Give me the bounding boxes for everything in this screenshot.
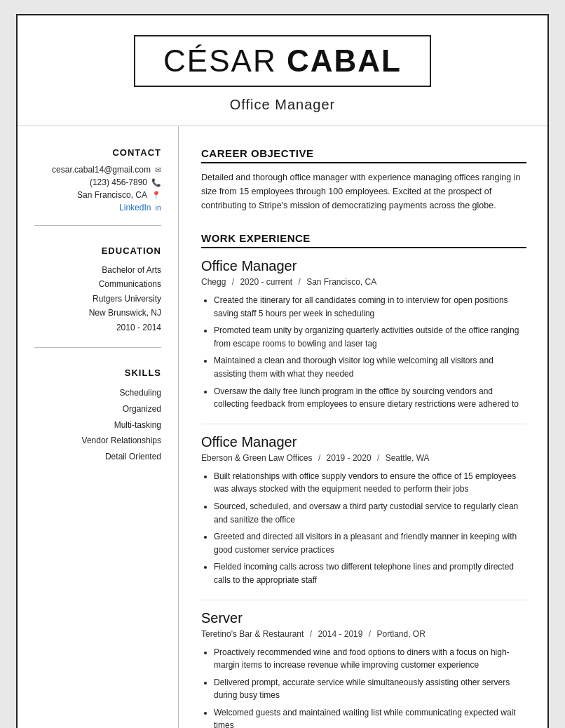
job-1: Office Manager Chegg / 2020 - current / … <box>201 258 526 411</box>
job-2-bullet-1: Built relationships with office supply v… <box>214 470 526 496</box>
skill-5: Detail Oriented <box>34 449 161 465</box>
job-3-bullets: Proactively recommended wine and food op… <box>201 646 526 729</box>
job-2: Office Manager Eberson & Green Law Offic… <box>201 434 526 587</box>
contact-linkedin[interactable]: LinkedIn in <box>34 203 161 213</box>
phone-icon: 📞 <box>151 178 161 187</box>
career-obj-text: Detailed and thorough office manager wit… <box>201 170 526 213</box>
phone-text: (123) 456-7890 <box>90 177 147 187</box>
skill-3: Multi-tasking <box>34 417 161 433</box>
job-3-meta: Teretino's Bar & Restaurant / 2014 - 201… <box>201 629 526 639</box>
linkedin-text[interactable]: LinkedIn <box>119 203 151 213</box>
email-icon: ✉ <box>155 166 161 175</box>
contact-phone: (123) 456-7890 📞 <box>34 177 161 187</box>
job-3-bullet-1: Proactively recommended wine and food op… <box>214 646 526 672</box>
job-2-title: Office Manager <box>201 434 526 450</box>
divider-education <box>34 225 161 226</box>
job-1-bullet-1: Created the itinerary for all candidates… <box>214 294 526 320</box>
sep4: / <box>377 453 379 463</box>
job-1-period: 2020 - current <box>240 277 292 287</box>
job-3: Server Teretino's Bar & Restaurant / 201… <box>201 610 526 729</box>
linkedin-icon: in <box>155 203 161 212</box>
job-2-bullet-2: Sourced, scheduled, and oversaw a third … <box>214 500 526 526</box>
job-2-location: Seattle, WA <box>386 453 430 463</box>
skill-2: Organized <box>34 401 161 417</box>
work-experience-heading: WORK EXPERIENCE <box>201 232 526 248</box>
name-box: CÉSAR CABAL <box>134 35 431 87</box>
job-3-period: 2014 - 2019 <box>318 629 362 639</box>
career-obj-heading: CAREER OBJECTIVE <box>201 147 526 163</box>
job-1-location: San Francisco, CA <box>306 277 376 287</box>
job-1-bullet-4: Oversaw the daily free lunch program in … <box>214 385 526 411</box>
job-2-company: Eberson & Green Law Offices <box>201 453 313 463</box>
location-icon: 📍 <box>151 191 161 200</box>
job-1-title: Office Manager <box>201 258 526 274</box>
skills-heading: SKILLS <box>34 368 161 378</box>
job-2-bullet-3: Greeted and directed all visitors in a p… <box>214 530 526 556</box>
left-column: CONTACT cesar.cabal14@gmail.com ✉ (123) … <box>18 126 179 728</box>
work-experience-section: WORK EXPERIENCE Office Manager Chegg / 2… <box>201 232 526 728</box>
edu-line-3: Rutgers University <box>34 292 161 306</box>
sep6: / <box>369 629 371 639</box>
last-name: CABAL <box>287 43 402 78</box>
skill-1: Scheduling <box>34 385 161 401</box>
job-2-bullet-4: Fielded incoming calls across two differ… <box>214 560 526 586</box>
body-section: CONTACT cesar.cabal14@gmail.com ✉ (123) … <box>18 126 547 728</box>
resume-container: CÉSAR CABAL Office Manager CONTACT cesar… <box>16 14 549 728</box>
header-section: CÉSAR CABAL Office Manager <box>18 15 547 126</box>
job-2-meta: Eberson & Green Law Offices / 2019 - 202… <box>201 453 526 463</box>
contact-location: San Francisco, CA 📍 <box>34 190 161 200</box>
sep2: / <box>298 277 300 287</box>
first-name: CÉSAR <box>163 43 287 78</box>
edu-line-5: 2010 - 2014 <box>34 321 161 335</box>
job-1-meta: Chegg / 2020 - current / San Francisco, … <box>201 277 526 287</box>
sep5: / <box>310 629 312 639</box>
job-3-bullet-3: Welcomed guests and maintained waiting l… <box>214 706 526 728</box>
skills-list: Scheduling Organized Multi-tasking Vendo… <box>34 385 161 465</box>
education-heading: EDUCATION <box>34 245 161 256</box>
edu-line-2: Communications <box>34 277 161 291</box>
candidate-name: CÉSAR CABAL <box>163 43 402 79</box>
skill-4: Vendor Relationships <box>34 433 161 449</box>
sep3: / <box>318 453 320 463</box>
right-column: CAREER OBJECTIVE Detailed and thorough o… <box>179 126 547 728</box>
job-2-bullets: Built relationships with office supply v… <box>201 470 526 587</box>
job-3-bullet-2: Delivered prompt, accurate service while… <box>214 676 526 702</box>
edu-line-1: Bachelor of Arts <box>34 263 161 277</box>
education-content: Bachelor of Arts Communications Rutgers … <box>34 263 161 335</box>
job-2-period: 2019 - 2020 <box>327 453 372 463</box>
edu-line-4: New Brunswick, NJ <box>34 306 161 320</box>
email-text: cesar.cabal14@gmail.com <box>52 165 151 175</box>
job-3-location: Portland, OR <box>377 629 426 639</box>
contact-email: cesar.cabal14@gmail.com ✉ <box>34 165 161 175</box>
sep1: / <box>232 277 234 287</box>
job-1-company: Chegg <box>201 277 226 287</box>
work-divider-1 <box>201 424 526 424</box>
job-1-bullets: Created the itinerary for all candidates… <box>201 294 526 411</box>
contact-heading: CONTACT <box>34 147 161 158</box>
candidate-job-title: Office Manager <box>46 97 519 113</box>
location-text: San Francisco, CA <box>77 190 147 200</box>
job-3-company: Teretino's Bar & Restaurant <box>201 629 304 639</box>
job-1-bullet-2: Promoted team unity by organizing quarte… <box>214 324 526 350</box>
work-divider-2 <box>201 600 526 600</box>
divider-skills <box>34 347 161 348</box>
job-3-title: Server <box>201 610 526 626</box>
job-1-bullet-3: Maintained a clean and thorough visitor … <box>214 354 526 380</box>
